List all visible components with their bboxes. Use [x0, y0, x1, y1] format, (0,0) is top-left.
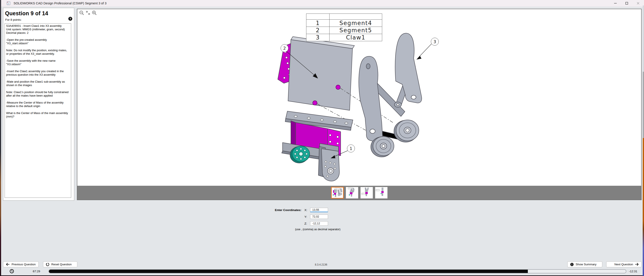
question-heading: Question 9 of 14 — [5, 10, 48, 16]
time-elapsed: 67:29 — [33, 270, 40, 273]
points-label: For 8 points: — [5, 18, 22, 21]
coordinate-input-x[interactable] — [310, 208, 328, 212]
minimize-icon — [614, 2, 617, 5]
cad-part-teal-flange — [290, 146, 310, 163]
reset-question-button[interactable]: Reset Question — [43, 261, 77, 267]
close-icon — [636, 2, 640, 5]
enter-coordinates-label: Enter Coordinates: — [275, 208, 304, 212]
show-summary-label: Show Summary — [576, 263, 596, 266]
reset-icon — [46, 263, 49, 266]
coordinate-input-y[interactable] — [310, 215, 328, 219]
window-title: SOLIDWORKS CAD Design Professional (CSWP… — [14, 1, 106, 5]
app-icon — [6, 1, 10, 5]
balloon-2: 2 — [280, 44, 288, 52]
cad-part-base-plate — [288, 37, 354, 110]
next-question-label: Next Question — [614, 263, 633, 266]
axis-label-x: X: — [304, 208, 310, 212]
next-question-button[interactable]: Next Question — [606, 261, 642, 267]
help-icon[interactable]: ? — [68, 17, 72, 21]
balloon-1: 1 — [347, 144, 355, 152]
window-controls — [612, 0, 641, 6]
axis-label-z: Z: — [304, 222, 310, 225]
desktop-edge-right — [643, 0, 644, 276]
cad-part-fork — [318, 143, 339, 181]
time-remaining: -12:31 — [629, 270, 637, 273]
axis-label-y: Y: — [304, 215, 310, 218]
question-panel: Question 9 of 14 For 8 points: ? S3A4090… — [3, 8, 74, 201]
desktop-edge-left — [0, 0, 1, 276]
thumbnail-preview — [346, 187, 357, 197]
bom-table: 1Segment4 2Segment5 3Claw1 — [306, 13, 382, 41]
screen: { "window": { "title": "SOLIDWORKS CAD D… — [0, 0, 644, 276]
image-viewer: 1Segment4 2Segment5 3Claw1 2 3 1 — [77, 9, 642, 200]
cad-part-claw-arm-right — [395, 33, 422, 103]
bom-cell: Segment5 — [330, 27, 382, 34]
arrow-left-icon — [6, 263, 10, 266]
previous-question-button[interactable]: Previous Question — [3, 261, 39, 267]
clock-icon — [10, 269, 14, 274]
timer-progress-fill — [49, 270, 528, 273]
coordinates-form: Enter Coordinates: X: Y: Z: (use , (comm… — [275, 208, 349, 231]
thumbnail-1[interactable] — [331, 187, 344, 199]
thumbnail-strip — [77, 186, 641, 200]
balloon-3: 3 — [431, 38, 439, 46]
timer-progress-track — [48, 269, 626, 274]
cad-part-claw-arm-left — [359, 56, 382, 142]
bom-cell: Claw1 — [330, 34, 382, 41]
bom-cell: 1 — [306, 20, 330, 27]
minimize-button[interactable] — [612, 1, 618, 6]
thumbnail-2[interactable] — [346, 187, 358, 199]
decimal-separator-note: (use , (comma) as decimal separator) — [288, 228, 347, 231]
zoom-in-icon[interactable] — [92, 10, 97, 15]
maximize-button[interactable] — [624, 1, 630, 6]
maximize-icon — [625, 2, 628, 5]
arrow-right-icon — [635, 263, 639, 266]
thumbnail-preview — [375, 187, 386, 197]
question-text: S3A409001 - Insert Claw1 into X3 assembl… — [4, 23, 71, 198]
previous-question-label: Previous Question — [12, 263, 36, 266]
title-bar: SOLIDWORKS CAD Design Professional (CSWP… — [0, 0, 644, 6]
viewer-toolbar — [79, 10, 97, 15]
reset-question-label: Reset Question — [51, 263, 72, 266]
zoom-out-icon[interactable] — [79, 10, 84, 15]
close-button[interactable] — [635, 1, 641, 6]
zoom-fit-icon[interactable] — [86, 10, 91, 15]
info-icon — [570, 263, 574, 266]
cad-part-pulley-front — [371, 137, 394, 157]
coordinate-input-z[interactable] — [310, 221, 328, 226]
thumbnail-preview — [332, 187, 343, 198]
bom-cell: Segment4 — [330, 20, 382, 27]
thumbnail-4[interactable] — [375, 187, 388, 199]
bom-cell: 3 — [306, 34, 330, 41]
thumbnail-preview — [360, 187, 372, 197]
timer-bar: 67:29 -12:31 — [0, 268, 644, 275]
show-summary-button[interactable]: Show Summary — [567, 261, 602, 267]
thumbnail-3[interactable] — [360, 187, 373, 199]
cad-part-pulley-rear — [394, 120, 419, 142]
version-text: 8.3.4.2136 — [304, 263, 338, 266]
bom-cell: 2 — [306, 27, 330, 34]
